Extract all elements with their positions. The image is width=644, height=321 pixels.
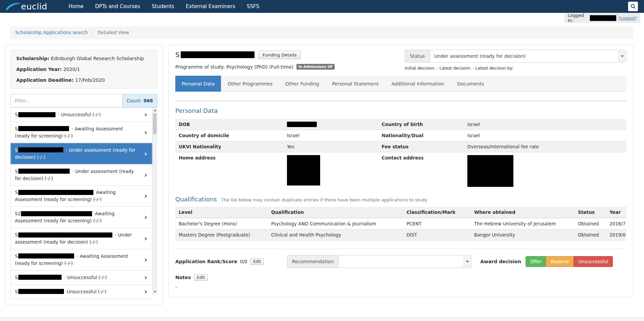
applicant-name-prefix: S (15, 147, 18, 153)
qualifications-header-row: LevelQualificationClassification/MarkWhe… (175, 207, 626, 218)
scholarship-value: Edinburgh Global Research Scholarship (51, 56, 144, 61)
section-divider (175, 101, 626, 101)
divider (175, 249, 626, 249)
unsuccessful-button[interactable]: Unsuccessful (574, 256, 613, 267)
qualifications-title: Qualifications The list below may contai… (175, 196, 626, 203)
tab-other-programmes[interactable]: Other Programmes (221, 76, 279, 92)
breadcrumb-current: Detailed View (97, 30, 129, 35)
applicant-name-prefix: S (175, 51, 180, 59)
scholarship-info-box: Scholarship: Edinburgh Global Research S… (10, 50, 157, 89)
euclid-logo[interactable]: euclid (5, 2, 47, 11)
filter-input[interactable] (10, 94, 123, 107)
application-list-item[interactable]: S · Under assessment (ready for decision… (10, 228, 152, 249)
qualification-cell: Obtained (575, 218, 606, 229)
count-badge: Count: 968 (123, 94, 157, 107)
application-rank-score: Application Rank/Score 0/0 Edit (175, 258, 287, 265)
count-value: 968 (143, 98, 153, 103)
logout-link[interactable]: (Logout) (618, 16, 637, 21)
application-list-item-selected[interactable]: S · Under assessment (ready for decision… (10, 143, 152, 165)
tab-documents[interactable]: Documents (450, 76, 490, 92)
application-list-item[interactable]: S · Unsuccessful (-/-)› (10, 270, 152, 285)
notes-edit-button[interactable]: Edit (194, 274, 208, 281)
personal-field-value (284, 119, 378, 130)
application-list-item[interactable]: S · Unsuccessful (-/-)› (10, 107, 152, 122)
programme-of-study: Programme of study: Psychology (PhD) (Fu… (175, 64, 293, 70)
personal-data-title: Personal Data (175, 107, 626, 114)
nav-item-home[interactable]: Home (63, 0, 89, 13)
applicant-name-prefix: S (15, 190, 18, 195)
qualification-cell: Masters Degree (Postgraduate) (175, 229, 268, 240)
status-selected-value: Under assessment (ready for decision) (434, 53, 526, 59)
chevron-down-icon (619, 50, 626, 62)
nav-menu: HomeDPTs and CoursesStudentsExternal Exa… (63, 0, 265, 13)
application-deadline-value: 17/Feb/2020 (75, 77, 105, 83)
qualification-cell: 2016/7 (606, 218, 626, 229)
recommendation-group: Recommendation (287, 255, 471, 268)
status-select[interactable]: Under assessment (ready for decision) (430, 50, 626, 63)
application-status-text: Unsuccessful (-/-) (65, 289, 107, 294)
search-button[interactable] (628, 2, 638, 11)
recommendation-select[interactable] (338, 255, 471, 268)
nav-item-students[interactable]: Students (146, 0, 180, 13)
qualification-row: Masters Degree (Postgraduate)Clinical an… (175, 229, 626, 241)
application-status-text: · Unsuccessful (-/-) (57, 112, 101, 117)
offer-button[interactable]: Offer (526, 256, 547, 267)
nav-item-ssfs[interactable]: SSFS (241, 0, 265, 13)
assessment-controls: Application Rank/Score 0/0 Edit Recommen… (175, 255, 626, 268)
breadcrumb-link-scholarship-applications-search[interactable]: Scholarship Applications search (15, 30, 88, 35)
application-status-text: · Unsuccessful (-/-) (63, 275, 107, 280)
redacted-applicant-name (18, 232, 112, 238)
programme-value: Psychology (PhD) (Full-time) (226, 64, 293, 70)
award-decision-label: Award decision (480, 259, 521, 264)
applicant-name: S (175, 51, 254, 59)
application-list-item[interactable]: S Awaiting Assessment (ready for screeni… (10, 185, 152, 207)
application-list-item[interactable]: S Unsuccessful (-/-)› (10, 285, 152, 299)
application-list-item[interactable]: S2 Awaiting Assessment (ready for screen… (10, 206, 152, 228)
personal-field-value (464, 152, 626, 190)
personal-field-label: Nationality/Dual (378, 130, 464, 141)
redacted-applicant-name (181, 51, 254, 58)
notes-value: - (175, 285, 626, 290)
personal-data-row: DOBCountry of birthIsrael (175, 119, 626, 130)
scrollbar-thumb[interactable] (153, 113, 157, 134)
rank-edit-button[interactable]: Edit (250, 258, 264, 265)
status-label: Status (405, 50, 430, 63)
application-deadline-line: Application Deadline: 17/Feb/2020 (16, 77, 152, 83)
tab-personal-data[interactable]: Personal Data (175, 76, 221, 92)
chevron-right-icon: › (144, 191, 147, 202)
tab-personal-statement[interactable]: Personal Statement (326, 76, 385, 92)
reserve-button[interactable]: Reserve (546, 256, 574, 267)
redacted-applicant-name (18, 190, 93, 195)
scrollbar-up-arrow-icon[interactable] (152, 107, 157, 113)
personal-field-label: Country of domicile (175, 130, 284, 141)
application-list-item[interactable]: S · Awaiting Assessment (ready for scree… (10, 249, 152, 271)
application-detail-panel: S Funding Details Programme of study: Ps… (168, 45, 634, 297)
breadcrumb-separator: / (92, 30, 93, 35)
application-list-item[interactable]: S · Under assessment (ready for decision… (10, 164, 152, 186)
sidebar-panel: Scholarship: Edinburgh Global Research S… (5, 45, 163, 305)
tab-additional-information[interactable]: Additional Information (385, 76, 451, 92)
application-list-item[interactable]: S · Awaiting Assessment (ready for scree… (10, 122, 152, 143)
personal-field-label: Home address (175, 152, 284, 190)
applicant-name-prefix: S (15, 169, 18, 174)
application-year-value: 2020/1 (63, 67, 80, 72)
tab-other-funding[interactable]: Other Funding (279, 76, 326, 92)
nav-item-external-examiners[interactable]: External Examiners (180, 0, 241, 13)
nav-item-dpts-and-courses[interactable]: DPTs and Courses (89, 0, 146, 13)
funding-details-button[interactable]: Funding Details (259, 51, 301, 59)
redacted-applicant-name (18, 147, 63, 152)
redacted-applicant-name (18, 275, 62, 280)
personal-data-row: Country of domicileIsraelNationality/Dua… (175, 130, 626, 141)
qualifications-header-cell: Status (575, 207, 606, 218)
personal-field-value (284, 152, 378, 190)
redacted-value (287, 122, 317, 127)
scrollbar[interactable] (152, 107, 157, 294)
personal-field-value: Israel (464, 119, 626, 130)
applicant-name-prefix: S (15, 126, 18, 131)
scrollbar-down-arrow-icon[interactable] (152, 289, 157, 294)
qualification-cell: Psychology AND Communication & Journalis… (268, 218, 403, 229)
programme-label: Programme of study: (175, 64, 225, 70)
application-label: S2 Awaiting Assessment (ready for screen… (15, 211, 114, 223)
application-label: S · Under assessment (ready for decision… (15, 147, 135, 160)
application-label: S Unsuccessful (-/-) (15, 289, 106, 294)
